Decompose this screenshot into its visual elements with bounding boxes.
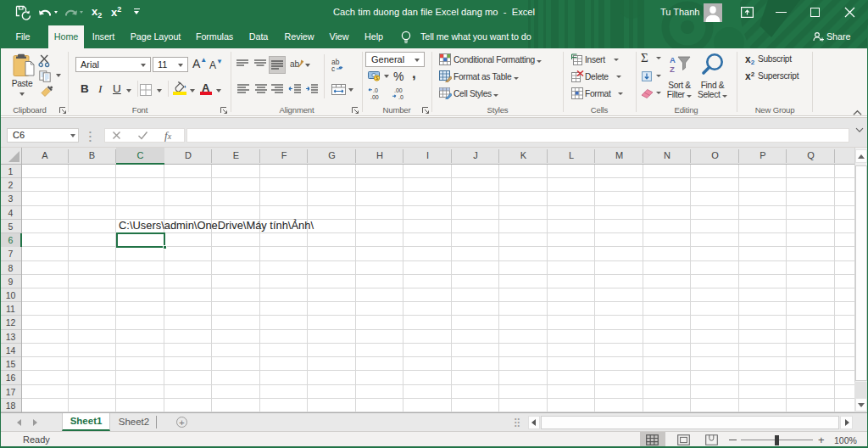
svg-text:Z: Z <box>670 64 675 74</box>
svg-text:ab: ab <box>290 59 300 69</box>
svg-text:.00: .00 <box>370 94 379 100</box>
svg-text:.0: .0 <box>398 94 403 100</box>
svg-text:.00: .00 <box>394 87 403 93</box>
svg-text:A: A <box>670 55 676 64</box>
svg-text:.0: .0 <box>373 87 378 93</box>
